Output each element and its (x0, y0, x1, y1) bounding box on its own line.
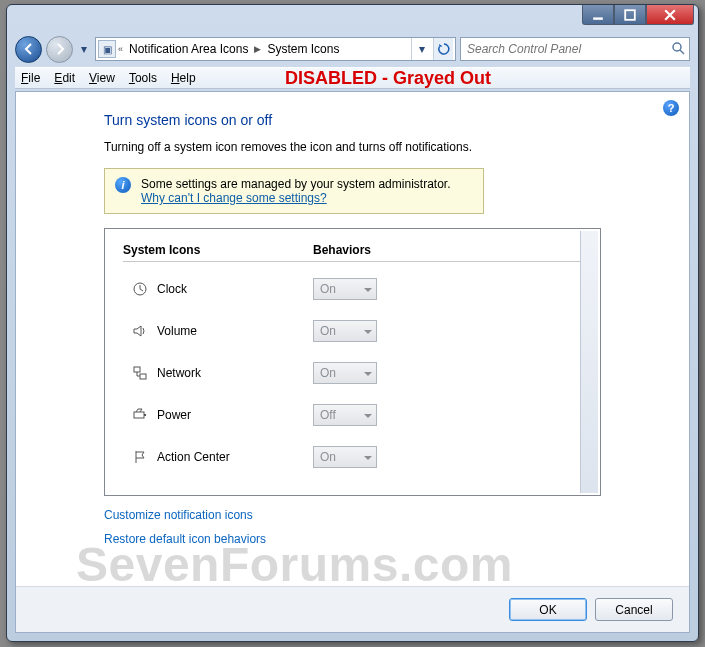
chevron-right-icon: ▶ (254, 44, 261, 54)
forward-button[interactable] (46, 36, 73, 63)
address-bar[interactable]: ▣ « Notification Area Icons ▶ System Ico… (95, 37, 456, 61)
row-label: Clock (157, 282, 313, 296)
navbar: ▾ ▣ « Notification Area Icons ▶ System I… (15, 33, 690, 65)
info-link[interactable]: Why can't I change some settings? (141, 191, 327, 205)
titlebar (7, 5, 698, 33)
svg-rect-5 (140, 374, 146, 379)
row-label: Network (157, 366, 313, 380)
search-box[interactable] (460, 37, 690, 61)
flag-icon (123, 449, 157, 465)
close-button[interactable] (646, 5, 694, 25)
menu-tools[interactable]: Tools (129, 71, 157, 85)
network-icon (123, 365, 157, 381)
page-title: Turn system icons on or off (104, 112, 601, 128)
behavior-select: On (313, 278, 377, 300)
col-behaviors: Behaviors (313, 243, 371, 257)
breadcrumb-item[interactable]: System Icons (263, 42, 343, 56)
list-item: Clock On (123, 268, 582, 310)
address-dropdown[interactable]: ▾ (411, 38, 431, 60)
power-icon (123, 407, 157, 423)
menu-view[interactable]: View (89, 71, 115, 85)
clock-icon (123, 281, 157, 297)
row-label: Volume (157, 324, 313, 338)
row-label: Action Center (157, 450, 313, 464)
maximize-button[interactable] (614, 5, 646, 25)
restore-defaults-link[interactable]: Restore default icon behaviors (104, 532, 601, 546)
nav-history-dropdown[interactable]: ▾ (77, 39, 91, 59)
svg-rect-0 (593, 17, 603, 19)
button-row: OK Cancel (16, 586, 689, 632)
col-system-icons: System Icons (123, 243, 313, 257)
info-text: Some settings are managed by your system… (141, 177, 450, 191)
behavior-select: On (313, 320, 377, 342)
menu-file[interactable]: File (21, 71, 40, 85)
back-button[interactable] (15, 36, 42, 63)
icons-list: System Icons Behaviors Clock On Volume O… (104, 228, 601, 496)
cancel-button[interactable]: Cancel (595, 598, 673, 621)
info-box: i Some settings are managed by your syst… (104, 168, 484, 214)
content: Turn system icons on or off Turning off … (16, 104, 689, 556)
ok-button[interactable]: OK (509, 598, 587, 621)
svg-rect-1 (625, 10, 635, 20)
svg-rect-7 (144, 414, 146, 416)
menu-help[interactable]: Help (171, 71, 196, 85)
behavior-select: Off (313, 404, 377, 426)
client-area: ? Turn system icons on or off Turning of… (15, 91, 690, 633)
page-subtext: Turning off a system icon removes the ic… (104, 140, 601, 154)
list-item: Network On (123, 352, 582, 394)
search-input[interactable] (465, 41, 671, 57)
menu-edit[interactable]: Edit (54, 71, 75, 85)
window: ▾ ▣ « Notification Area Icons ▶ System I… (6, 4, 699, 642)
list-item: Action Center On (123, 436, 582, 478)
svg-point-2 (673, 43, 681, 51)
customize-link[interactable]: Customize notification icons (104, 508, 601, 522)
list-item: Power Off (123, 394, 582, 436)
behavior-select: On (313, 446, 377, 468)
refresh-button[interactable] (433, 38, 453, 60)
volume-icon (123, 323, 157, 339)
help-icon[interactable]: ? (663, 100, 679, 116)
minimize-button[interactable] (582, 5, 614, 25)
list-item: Volume On (123, 310, 582, 352)
svg-rect-6 (134, 412, 144, 418)
search-icon (671, 41, 685, 58)
annotation-label: DISABLED - Grayed Out (285, 68, 491, 89)
row-label: Power (157, 408, 313, 422)
menubar: File Edit View Tools Help DISABLED - Gra… (15, 67, 690, 89)
info-icon: i (115, 177, 131, 193)
breadcrumb-item[interactable]: Notification Area Icons (125, 42, 252, 56)
svg-rect-4 (134, 367, 140, 372)
behavior-select: On (313, 362, 377, 384)
crumb-sep-icon: « (118, 44, 123, 54)
control-panel-icon: ▣ (98, 40, 116, 58)
